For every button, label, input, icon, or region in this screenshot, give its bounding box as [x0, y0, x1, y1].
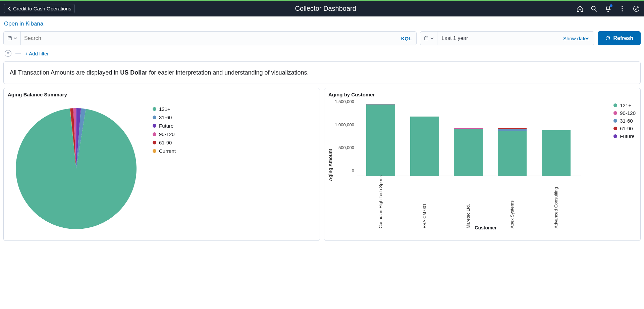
ytick-label: 1,500,000 — [335, 99, 354, 104]
svg-point-4 — [622, 10, 623, 11]
legend-swatch — [153, 116, 156, 119]
pie-legend: 121+31-60Future90-12061-90Current — [143, 101, 176, 236]
home-icon[interactable] — [576, 5, 584, 12]
search-icon[interactable] — [590, 5, 598, 12]
info-bold: US Dollar — [120, 69, 147, 76]
disk-icon — [7, 36, 12, 41]
top-bar: Credit to Cash Operations Collector Dash… — [0, 0, 644, 16]
content-scroll[interactable]: KQL Last 1 year Show dates Refresh — + A… — [0, 29, 644, 309]
calendar-button[interactable] — [420, 32, 437, 45]
chevron-down-icon — [430, 37, 434, 40]
svg-rect-8 — [425, 37, 428, 40]
legend-item[interactable]: 90-120 — [153, 130, 176, 138]
svg-line-1 — [595, 9, 597, 11]
topbar-icons — [576, 5, 640, 12]
legend-item[interactable]: 90-120 — [613, 109, 636, 117]
legend-swatch — [153, 141, 156, 144]
legend-swatch — [153, 132, 156, 136]
xtick-label: Advanced Consulting — [542, 178, 571, 228]
refresh-label: Refresh — [613, 35, 633, 41]
kebab-menu-icon[interactable] — [619, 5, 626, 12]
legend-label: 121+ — [620, 102, 631, 108]
add-filter-link[interactable]: + Add filter — [25, 51, 49, 56]
xtick-label: Maretec Ltd. — [454, 178, 483, 228]
bar-panel-title: Aging by Customer — [324, 92, 640, 99]
legend-swatch — [613, 119, 617, 123]
legend-item[interactable]: 61-90 — [153, 138, 176, 147]
bar-column[interactable] — [498, 128, 527, 176]
legend-swatch — [153, 124, 156, 128]
legend-swatch — [613, 127, 617, 130]
bar-segment-121+ — [498, 131, 527, 176]
filter-divider: — — [15, 50, 21, 56]
legend-item[interactable]: 31-60 — [153, 113, 176, 122]
xtick-label: Canadian High Tech Sports — [366, 178, 395, 228]
bar-legend: 121+90-12031-6061-90Future — [613, 101, 636, 140]
svg-point-0 — [592, 6, 595, 10]
search-wrap: KQL — [3, 31, 417, 45]
bar-segment-121+ — [454, 129, 483, 176]
pie-chart — [9, 101, 143, 236]
legend-item[interactable]: Current — [153, 147, 176, 155]
legend-label: 90-120 — [620, 110, 636, 116]
bar-ylabel: Aging Amount — [327, 99, 334, 230]
kql-toggle[interactable]: KQL — [396, 32, 417, 45]
bar-column[interactable] — [542, 130, 571, 176]
legend-item[interactable]: 61-90 — [613, 125, 636, 132]
legend-label: 31-60 — [159, 115, 172, 120]
legend-swatch — [153, 107, 156, 111]
bell-icon[interactable] — [604, 5, 612, 12]
search-input[interactable] — [21, 32, 396, 45]
svg-point-2 — [622, 6, 623, 7]
xtick-label: Apex Systems — [498, 178, 527, 228]
pie-panel: Aging Balance Summary 121+31-60Future90-… — [3, 88, 320, 241]
page-title: Collector Dashboard — [75, 5, 576, 12]
charts-row: Aging Balance Summary 121+31-60Future90-… — [3, 88, 641, 241]
chevron-down-icon — [14, 37, 17, 40]
back-label: Credit to Cash Operations — [13, 6, 71, 11]
legend-item[interactable]: 121+ — [153, 105, 176, 113]
filter-options-icon[interactable] — [5, 50, 11, 57]
legend-label: 61-90 — [159, 140, 172, 145]
bar-column[interactable] — [454, 128, 483, 176]
svg-point-5 — [634, 6, 639, 11]
ytick-label: 500,000 — [335, 145, 354, 150]
date-range-picker[interactable]: Last 1 year Show dates — [420, 31, 594, 45]
legend-item[interactable]: Future — [153, 122, 176, 130]
open-in-kibana-link[interactable]: Open in Kibana — [0, 16, 644, 29]
chevron-left-icon — [8, 6, 11, 11]
date-range-text: Last 1 year — [437, 32, 558, 45]
info-suffix: for easier interpretation and understand… — [147, 69, 309, 76]
legend-label: 31-60 — [620, 118, 633, 124]
svg-rect-6 — [8, 37, 12, 40]
legend-swatch — [613, 134, 617, 138]
bar-column[interactable] — [366, 104, 395, 176]
legend-item[interactable]: 121+ — [613, 101, 636, 109]
legend-swatch — [613, 111, 617, 115]
bar-segment-121+ — [366, 104, 395, 176]
pie-panel-title: Aging Balance Summary — [4, 92, 320, 99]
legend-label: 121+ — [159, 106, 170, 112]
legend-item[interactable]: Future — [613, 132, 636, 140]
filter-row: — + Add filter — [3, 48, 641, 61]
info-panel: All Transaction Amounts are displayed in… — [3, 61, 641, 84]
svg-point-3 — [622, 8, 623, 9]
xtick-label: FRA CM 001 — [410, 178, 439, 228]
compass-icon[interactable] — [633, 5, 640, 12]
calendar-icon — [424, 36, 429, 41]
bar-chart: 121+90-12031-6061-90Future 0500,0001,000… — [334, 99, 638, 230]
notification-dot — [610, 4, 612, 7]
ytick-label: 0 — [335, 168, 354, 173]
query-toolbar: KQL Last 1 year Show dates Refresh — [3, 31, 641, 45]
back-button[interactable]: Credit to Cash Operations — [4, 4, 75, 13]
legend-swatch — [613, 103, 617, 107]
legend-label: 61-90 — [620, 126, 633, 131]
bar-column[interactable] — [410, 117, 439, 176]
legend-label: Current — [159, 148, 176, 154]
legend-item[interactable]: 31-60 — [613, 117, 636, 125]
bar-panel: Aging by Customer Aging Amount 121+90-12… — [324, 88, 641, 241]
legend-swatch — [153, 149, 156, 153]
refresh-button[interactable]: Refresh — [598, 31, 641, 45]
saved-query-button[interactable] — [4, 32, 21, 45]
show-dates-link[interactable]: Show dates — [558, 32, 594, 45]
